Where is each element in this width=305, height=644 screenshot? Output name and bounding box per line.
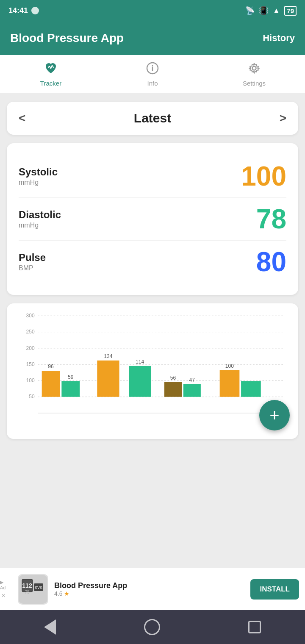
back-button[interactable] xyxy=(44,619,56,635)
svg-text:134: 134 xyxy=(104,353,112,359)
svg-text:100: 100 xyxy=(225,363,234,369)
app-header: Blood Pressure App History xyxy=(0,21,305,55)
svg-text:200: 200 xyxy=(26,345,35,351)
tab-info[interactable]: i Info xyxy=(102,61,203,87)
systolic-row: Systolic mmHg 100 xyxy=(19,155,286,198)
svg-text:59: 59 xyxy=(68,374,74,380)
tab-settings-label: Settings xyxy=(243,80,266,87)
diastolic-label: Diastolic xyxy=(19,209,61,221)
pulse-label: Pulse xyxy=(19,252,46,264)
prev-button[interactable]: < xyxy=(19,111,25,125)
bottom-navigation xyxy=(0,610,305,644)
info-icon: i xyxy=(146,61,159,78)
settings-icon xyxy=(247,61,261,78)
add-button[interactable]: + xyxy=(259,400,290,430)
history-button[interactable]: History xyxy=(263,33,295,44)
svg-text:47: 47 xyxy=(189,377,195,383)
ad-banner: ▶ Ad × 112 75 SVS Blood Pressure App 4.6… xyxy=(0,568,305,610)
tab-info-label: Info xyxy=(147,80,158,87)
tab-tracker-label: Tracker xyxy=(40,80,61,87)
tracker-icon xyxy=(44,61,58,78)
bar-group5-green xyxy=(241,381,261,397)
bar-chart: 300 250 200 150 100 50 96 59 xyxy=(14,312,291,430)
next-button[interactable]: > xyxy=(280,111,286,125)
ad-app-icon: 112 75 SVS xyxy=(18,574,48,605)
home-button[interactable] xyxy=(144,619,160,635)
nav-title: Latest xyxy=(134,111,171,125)
tab-tracker[interactable]: Tracker xyxy=(0,61,102,87)
bar-group4-brown xyxy=(164,382,182,397)
home-icon xyxy=(144,619,160,635)
diastolic-value: 78 xyxy=(256,205,286,233)
back-icon xyxy=(44,619,56,635)
svg-text:i: i xyxy=(151,64,153,72)
systolic-label: Systolic xyxy=(19,166,58,178)
svg-text:300: 300 xyxy=(26,313,35,319)
content-area: < Latest > Systolic mmHg 100 Diastolic m… xyxy=(0,93,305,568)
svg-text:150: 150 xyxy=(26,361,35,367)
recents-button[interactable] xyxy=(248,621,261,633)
ad-label: ▶ Ad × xyxy=(0,579,7,599)
tab-bar: Tracker i Info Settings xyxy=(0,55,305,93)
systolic-unit: mmHg xyxy=(19,179,58,186)
bar-group1-green xyxy=(61,381,80,397)
svg-point-2 xyxy=(252,66,256,70)
metrics-card: Systolic mmHg 100 Diastolic mmHg 78 Puls… xyxy=(7,143,298,295)
svg-text:50: 50 xyxy=(29,394,35,400)
svg-text:96: 96 xyxy=(48,364,54,369)
ad-info: Blood Pressure App 4.6 ★ xyxy=(54,581,244,597)
battery-icon: 79 xyxy=(284,6,297,16)
svg-text:56: 56 xyxy=(170,375,176,381)
vibrate-icon: 📳 xyxy=(259,6,268,15)
diastolic-unit: mmHg xyxy=(19,222,61,229)
pulse-value: 80 xyxy=(256,248,286,275)
navigation-card: < Latest > xyxy=(7,102,298,135)
app-title: Blood Pressure App xyxy=(10,31,124,45)
status-bar: 14:41 📡 📳 ▲ 79 xyxy=(0,0,305,21)
svg-text:SVS: SVS xyxy=(35,586,42,590)
chart-card: 300 250 200 150 100 50 96 59 xyxy=(7,303,298,439)
time-label: 14:41 xyxy=(8,6,28,15)
tab-settings[interactable]: Settings xyxy=(203,61,305,87)
bar-group4-green xyxy=(183,384,201,397)
cast-icon: 📡 xyxy=(245,6,255,15)
diastolic-row: Diastolic mmHg 78 xyxy=(19,198,286,241)
bar-group3-green xyxy=(129,366,151,397)
status-circle-icon xyxy=(31,7,39,14)
install-button[interactable]: INSTALL xyxy=(250,579,299,600)
status-icons: 📡 📳 ▲ 79 xyxy=(245,6,297,16)
svg-text:100: 100 xyxy=(26,378,35,383)
ad-rating: 4.6 ★ xyxy=(54,590,244,597)
recents-icon xyxy=(248,621,261,633)
systolic-value: 100 xyxy=(241,163,286,190)
pulse-row: Pulse BMP 80 xyxy=(19,241,286,283)
ad-star-icon: ★ xyxy=(64,590,69,597)
wifi-icon: ▲ xyxy=(272,6,280,15)
ad-app-name: Blood Pressure App xyxy=(54,581,244,590)
ad-close-button[interactable]: × xyxy=(1,591,5,599)
svg-text:112: 112 xyxy=(22,582,32,589)
pulse-unit: BMP xyxy=(19,264,46,272)
svg-text:114: 114 xyxy=(136,359,144,365)
bar-group5-orange xyxy=(220,370,240,397)
svg-text:250: 250 xyxy=(26,329,35,335)
bar-group2-orange xyxy=(97,361,119,397)
svg-text:75: 75 xyxy=(25,590,30,594)
bar-group1-orange xyxy=(42,371,60,397)
